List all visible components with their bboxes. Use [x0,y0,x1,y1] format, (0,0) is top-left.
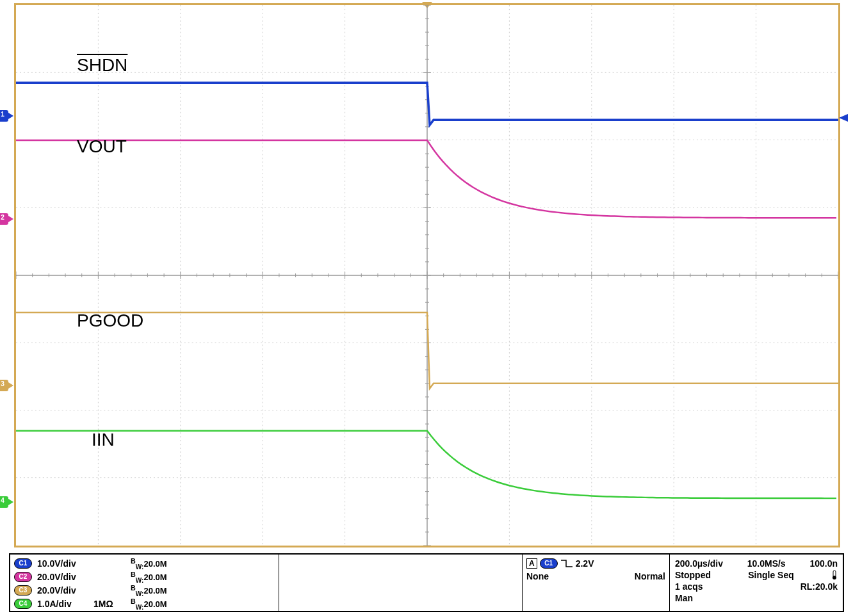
ch2-bw: BW:20.0M [131,571,167,584]
falling-edge-icon [560,559,573,568]
ch4-info: C4 1.0A/div 1MΩ BW:20.0M [14,597,275,611]
ch3-badge: C3 [14,585,32,596]
ch1-bw: BW:20.0M [131,557,167,571]
ch1-badge: C1 [14,558,32,569]
trigger-panel: A C1 2.2V None Normal [523,555,670,611]
trigger-level: 2.2V [576,558,594,569]
ch1-scale: 10.0V/div [37,558,88,569]
ch2-scale: 20.0V/div [37,572,88,582]
timebase-scale: 200.0µs/div [675,558,723,569]
trigger-a-label: A [526,558,537,569]
label-vout: VOUT [77,136,127,157]
ch4-badge: C4 [14,599,32,609]
ch2-badge: C2 [14,572,32,582]
svg-point-109 [833,576,836,580]
empty-panel [279,555,523,611]
trigger-level-arrow [839,114,848,122]
ch4-scale: 1.0A/div [37,599,88,609]
timebase-panel: 200.0µs/div 10.0MS/s 100.0n Stopped Sing… [670,555,843,611]
sample-rate: 10.0MS/s [747,558,786,569]
acq-state: Stopped [675,570,711,580]
ch4-ground-marker: 4 [0,496,8,508]
label-shdn: SHDN [77,55,127,76]
trigger-coupling: None [526,571,549,581]
ch3-bw: BW:20.0M [131,584,167,597]
trigger-source-badge: C1 [540,558,558,569]
ch3-ground-marker: 3 [0,380,8,391]
record-length: RL:20.0k [800,581,838,592]
info-bar: C1 10.0V/div BW:20.0M C2 20.0V/div BW:20… [9,553,844,612]
ch1-ground-marker: 1 [0,110,8,122]
trigger-man: Man [675,593,693,603]
acq-seq: Single Seq [748,570,794,580]
ch2-ground-marker: 2 [0,213,8,225]
acq-count: 1 acqs [675,581,703,592]
ch4-impedance: 1MΩ [93,599,126,609]
ch1-info: C1 10.0V/div BW:20.0M [14,557,275,571]
label-pgood: PGOOD [77,311,143,331]
ch4-bw: BW:20.0M [131,597,167,611]
sample-interval: 100.0n [809,558,838,569]
label-iin: IIN [92,430,115,450]
ch2-info: C2 20.0V/div BW:20.0M [14,571,275,584]
graticule: SHDN VOUT PGOOD IIN [14,3,840,547]
oscilloscope-screenshot: SHDN VOUT PGOOD IIN 1 2 3 4 C1 10.0V/div… [0,0,853,616]
waveforms [16,5,838,546]
ch3-info: C3 20.0V/div BW:20.0M [14,584,275,597]
ch3-scale: 20.0V/div [37,585,88,596]
trigger-mode: Normal [635,571,665,581]
thermometer-icon [831,570,838,580]
channel-info-panel: C1 10.0V/div BW:20.0M C2 20.0V/div BW:20… [10,555,279,611]
